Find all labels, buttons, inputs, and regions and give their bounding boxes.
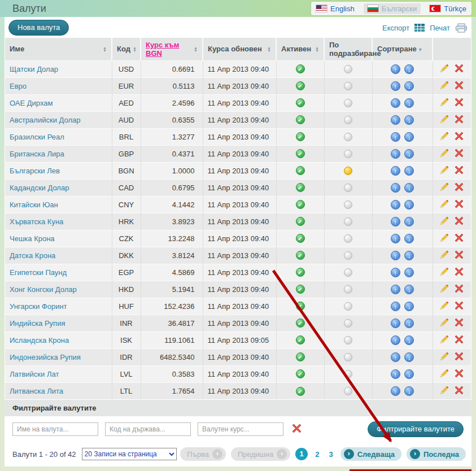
currency-name-link[interactable]: Български Лев (10, 167, 60, 175)
default-icon[interactable] (344, 167, 352, 175)
edit-pencil-icon[interactable] (440, 284, 449, 295)
sort-up-button[interactable]: ↑ (391, 302, 400, 311)
default-icon[interactable] (344, 336, 352, 344)
delete-x-icon[interactable] (455, 250, 464, 261)
edit-pencil-icon[interactable] (440, 233, 449, 244)
edit-pencil-icon[interactable] (440, 132, 449, 142)
currency-name-link[interactable]: Унгарски Форинт (10, 302, 67, 311)
sort-down-button[interactable]: ↓ (404, 352, 414, 362)
active-check-icon[interactable] (296, 149, 305, 158)
sort-down-button[interactable]: ↓ (404, 200, 414, 210)
delete-x-icon[interactable] (455, 284, 464, 295)
sort-up-button[interactable]: ↑ (391, 335, 400, 345)
next-page-button[interactable]: ›Следваща (340, 447, 401, 461)
sort-up-button[interactable]: ↑ (391, 200, 400, 210)
column-header-active[interactable]: Активен▲▼ (276, 38, 324, 60)
delete-x-icon[interactable] (455, 369, 464, 380)
active-check-icon[interactable] (296, 183, 305, 192)
default-icon[interactable] (344, 200, 352, 209)
currency-name-link[interactable]: Исландска Крона (10, 336, 69, 344)
delete-x-icon[interactable] (455, 233, 464, 244)
active-check-icon[interactable] (296, 352, 305, 361)
delete-x-icon[interactable] (455, 149, 464, 159)
lang-bulgarian[interactable]: Български (364, 3, 421, 14)
sort-down-button[interactable]: ↓ (404, 319, 414, 328)
lang-english[interactable]: English (316, 5, 355, 13)
currency-name-link[interactable]: Бразилски Реал (10, 133, 64, 141)
sort-down-button[interactable]: ↓ (404, 251, 414, 260)
active-check-icon[interactable] (296, 268, 305, 277)
column-header-sorting[interactable]: Сортиране▾ (372, 38, 433, 60)
column-header-name[interactable]: Име▲▼ (5, 38, 112, 60)
edit-pencil-icon[interactable] (440, 267, 449, 278)
currency-name-link[interactable]: Хонг Конгски Долар (10, 285, 77, 294)
column-header-updated[interactable]: Курса обновен▲▼ (203, 38, 276, 60)
edit-pencil-icon[interactable] (440, 369, 449, 380)
filter-button[interactable]: Филтрирайте валутите (368, 421, 464, 437)
sort-down-button[interactable]: ↓ (404, 98, 414, 108)
page-size-select[interactable]: 20 Записи на страница (82, 448, 177, 460)
currency-name-link[interactable]: Чешка Крона (10, 234, 55, 243)
currency-name-link[interactable]: Британска Лира (10, 150, 64, 158)
delete-x-icon[interactable] (455, 64, 464, 75)
column-header-default[interactable]: По подразбиране (324, 38, 372, 60)
previous-page-button[interactable]: Предишна‹ (231, 447, 290, 461)
active-check-icon[interactable] (296, 319, 305, 328)
sort-down-button[interactable]: ↓ (404, 369, 414, 379)
last-page-button[interactable]: ›Последна (407, 447, 466, 461)
default-icon[interactable] (344, 370, 352, 378)
edit-pencil-icon[interactable] (440, 149, 449, 159)
default-icon[interactable] (344, 251, 352, 260)
default-icon[interactable] (344, 184, 352, 192)
column-header-rate[interactable]: Курс към BGN▲▼ (141, 38, 203, 60)
sort-down-button[interactable]: ↓ (404, 302, 414, 311)
delete-x-icon[interactable] (455, 98, 464, 108)
edit-pencil-icon[interactable] (440, 199, 449, 210)
edit-pencil-icon[interactable] (440, 182, 449, 193)
export-grid-icon[interactable] (414, 24, 425, 32)
edit-pencil-icon[interactable] (440, 216, 449, 227)
delete-x-icon[interactable] (455, 352, 464, 363)
default-icon[interactable] (344, 234, 352, 243)
currency-name-link[interactable]: Хърватска Куна (10, 217, 63, 226)
edit-pencil-icon[interactable] (440, 81, 449, 91)
default-icon[interactable] (344, 285, 352, 294)
sort-up-button[interactable]: ↑ (391, 285, 400, 294)
currency-name-link[interactable]: Австралийски Долар (10, 116, 80, 124)
active-check-icon[interactable] (296, 115, 305, 124)
active-check-icon[interactable] (296, 387, 305, 396)
delete-x-icon[interactable] (455, 386, 464, 396)
edit-pencil-icon[interactable] (440, 301, 449, 312)
edit-pencil-icon[interactable] (440, 352, 449, 363)
delete-x-icon[interactable] (455, 199, 464, 210)
delete-x-icon[interactable] (455, 132, 464, 142)
sort-down-button[interactable]: ↓ (404, 217, 414, 226)
default-icon[interactable] (344, 99, 352, 107)
filter-rate-input[interactable] (198, 422, 283, 436)
filter-name-input[interactable] (12, 422, 98, 436)
sort-up-button[interactable]: ↑ (391, 183, 400, 193)
new-currency-button[interactable]: Нова валута (8, 20, 69, 36)
active-check-icon[interactable] (296, 98, 305, 107)
sort-up-button[interactable]: ↑ (391, 166, 400, 176)
currency-name-link[interactable]: Кадандски Долар (10, 184, 69, 192)
sort-up-button[interactable]: ↑ (391, 98, 400, 108)
currency-name-link[interactable]: Китайски Юан (10, 200, 58, 209)
column-header-code[interactable]: Код▲▼ (112, 38, 141, 60)
sort-up-button[interactable]: ↑ (391, 149, 400, 159)
default-icon[interactable] (344, 387, 352, 395)
default-icon[interactable] (344, 82, 352, 90)
sort-down-button[interactable]: ↓ (404, 64, 414, 74)
edit-pencil-icon[interactable] (440, 318, 449, 329)
active-check-icon[interactable] (296, 369, 305, 378)
sort-up-button[interactable]: ↑ (391, 81, 400, 91)
delete-x-icon[interactable] (455, 267, 464, 278)
sort-down-button[interactable]: ↓ (404, 183, 414, 193)
currency-name-link[interactable]: Латвийски Лат (10, 370, 59, 378)
page-2-button[interactable]: 2 (313, 450, 321, 459)
currency-name-link[interactable]: Евро (10, 82, 27, 90)
export-link[interactable]: Експорт (382, 24, 409, 32)
print-link[interactable]: Печат (430, 24, 450, 32)
sort-up-button[interactable]: ↑ (391, 64, 400, 74)
edit-pencil-icon[interactable] (440, 386, 449, 396)
